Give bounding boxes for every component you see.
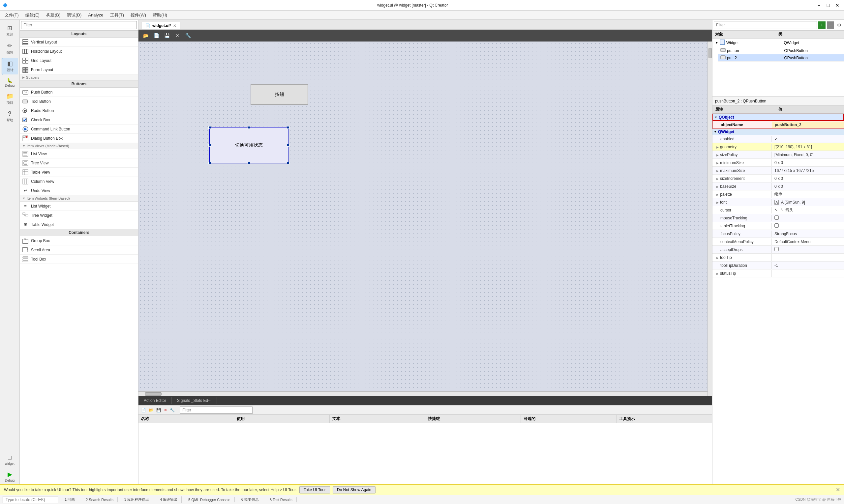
widget-item-list-view[interactable]: List View [20,149,138,159]
widget-item-group-box[interactable]: GB Group Box [20,236,138,246]
notif-close-button[interactable]: ✕ [836,487,840,493]
widget-item-form-layout[interactable]: Form Layout [20,65,138,74]
widget-item-horizontal-layout[interactable]: Horizontal Layout [20,47,138,56]
canvas-btn-new-file[interactable]: 📄 [152,31,161,40]
widget-filter-input[interactable] [21,21,137,29]
mousetracking-checkbox[interactable] [774,215,779,220]
action-save-icon[interactable]: 💾 [156,408,161,412]
menu-tools[interactable]: 工具(T) [107,11,127,19]
sidebar-item-debug[interactable]: 🐛 Debug [2,76,18,89]
status-compile-output[interactable]: 4 编译输出 [156,497,182,503]
handle-mr[interactable] [287,144,290,147]
canvas-scrollbar-v[interactable] [707,41,712,396]
menu-file[interactable]: 文件(F) [1,11,22,19]
prop-tablettracking-value[interactable] [772,222,844,230]
status-app-output[interactable]: 3 应用程序输出 [120,497,153,503]
canvas-btn-save[interactable]: 💾 [162,31,171,40]
handle-br[interactable] [287,162,290,164]
prop-objectname-value[interactable]: pushButton_2 [772,122,844,128]
canvas-btn-close[interactable]: ✕ [173,31,182,40]
handle-ml[interactable] [208,144,211,147]
prop-mousetracking-value[interactable] [772,214,844,222]
tablettracking-checkbox[interactable] [774,223,779,228]
widget-item-table-widget[interactable]: ⊞ Table Widget [20,220,138,229]
handle-tl[interactable] [208,126,211,129]
menu-widgets[interactable]: 控件(W) [127,11,149,19]
widget-item-undo-view[interactable]: ↩ Undo View [20,186,138,195]
locate-search[interactable] [3,496,58,503]
props-filter-input[interactable] [714,21,817,29]
sidebar-item-welcome[interactable]: ⊞ 欢迎 [2,22,18,39]
handle-tr[interactable] [287,126,290,129]
object-tree-pushbutton1[interactable]: pu...on QPushButton [718,47,844,54]
widget-item-grid-layout[interactable]: Grid Layout [20,56,138,65]
object-tree-pushbutton2[interactable]: pu...2 QPushButton [718,54,844,61]
action-filter-input[interactable] [180,407,253,414]
do-not-show-button[interactable]: Do Not Show Again [333,486,376,493]
status-search-results[interactable]: 2 Search Results [82,497,118,502]
widget-item-tool-button[interactable]: Tool Button [20,97,138,106]
sidebar-item-project[interactable]: 📁 项目 [2,91,18,107]
canvas-button-2[interactable]: 切换可用状态 [209,127,289,163]
widget-item-command-link[interactable]: Command Link Button [20,125,138,134]
handle-bl[interactable] [208,162,211,164]
widget-item-list-widget[interactable]: ≡ List Widget [20,202,138,211]
menu-edit[interactable]: 编辑(E) [22,11,43,19]
widget-item-check-box[interactable]: Check Box [20,115,138,125]
acceptdrops-checkbox[interactable] [774,247,779,251]
prop-geometry-value[interactable]: [(210, 190), 191 x 81] [772,144,844,150]
canvas-button-1[interactable]: 按钮 [251,84,308,105]
sidebar-item-widget[interactable]: □ widget [2,452,18,467]
sidebar-item-edit[interactable]: ✏ 编辑 [2,40,18,57]
widget-item-column-view[interactable]: Column View [20,177,138,186]
minimize-button[interactable]: − [815,2,823,8]
widget-item-tool-box[interactable]: Tool Box [20,255,138,264]
action-settings-icon[interactable]: 🔧 [170,408,175,412]
widget-item-tree-view[interactable]: Tree View [20,159,138,168]
menu-help[interactable]: 帮助(H) [149,11,170,19]
object-tree-widget[interactable]: ▼ Widget QWidget [712,38,844,47]
take-tour-button[interactable]: Take UI Tour [299,486,330,493]
status-qml-debugger[interactable]: 5 QML Debugger Console [184,497,235,502]
canvas-tab-widget[interactable]: 📄 widget.ui* ✕ [141,22,180,29]
props-remove-btn[interactable]: − [827,21,834,29]
tab-action-editor[interactable]: Action Editor [138,397,172,404]
menu-analyze[interactable]: Analyze [85,11,106,19]
sidebar-item-help[interactable]: ? 帮助 [2,108,18,125]
scrollbar-thumb[interactable] [708,48,712,58]
widget-item-radio-button[interactable]: Radio Button [20,106,138,115]
status-test-results[interactable]: 8 Test Results [266,497,297,502]
widget-item-tree-widget[interactable]: Tree Widget [20,211,138,220]
props-add-btn[interactable]: + [818,21,826,29]
handle-tc[interactable] [247,126,250,129]
tab-signals-slots[interactable]: Signals _Slots Ed··· [172,397,217,404]
widget-item-vertical-layout[interactable]: Vertical Layout [20,38,138,47]
canvas-scrollbar-h[interactable] [138,391,707,396]
scrollbar-h-thumb[interactable] [145,392,161,396]
handle-bc[interactable] [247,162,250,164]
category-qwidget[interactable]: ▼ QWidget [712,129,844,135]
sidebar-item-debug2[interactable]: ▶ Debug [2,469,18,484]
canvas-btn-settings[interactable]: 🔧 [183,31,192,40]
action-delete-icon[interactable]: ✕ [164,408,167,412]
menu-build[interactable]: 构建(B) [43,11,64,19]
status-general-messages[interactable]: 6 概要信息 [237,497,263,503]
canvas-btn-open-folder[interactable]: 📂 [141,31,150,40]
status-problems[interactable]: 1 问题 [61,497,79,503]
menu-debug[interactable]: 调试(D) [64,11,85,19]
prop-enabled-value[interactable]: ✓ [772,136,844,142]
action-new-icon[interactable]: 📄 [141,408,146,412]
props-settings-btn[interactable]: ⚙ [836,21,843,29]
widget-item-table-view[interactable]: Table View [20,168,138,177]
widget-item-push-button[interactable]: OK Push Button [20,88,138,97]
category-qobject[interactable]: ▼ QObject [712,114,844,121]
sidebar-item-design[interactable]: ◧ 设计 [2,58,18,74]
widget-item-dialog-box[interactable]: Dialog Button Box [20,134,138,143]
canvas-design[interactable]: 按钮 切换可用状态 [138,41,712,396]
maximize-button[interactable]: □ [824,2,832,8]
action-open-icon[interactable]: 📂 [149,408,154,412]
canvas-tab-close[interactable]: ✕ [173,24,176,28]
widget-item-scroll-area[interactable]: Scroll Area [20,246,138,255]
prop-acceptdrops-value[interactable] [772,246,844,253]
close-button[interactable]: ✕ [833,2,841,8]
